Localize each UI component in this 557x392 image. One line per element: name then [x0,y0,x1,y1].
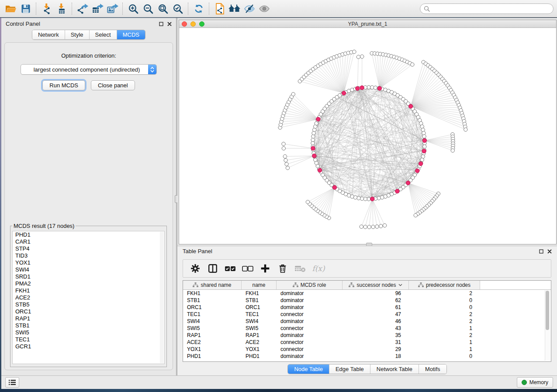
graph-node[interactable] [383,224,386,227]
graph-node[interactable] [374,86,377,89]
table-row[interactable]: PHD1PHD1dominator180 [183,353,551,360]
cell-successor-nodes[interactable]: 18 [343,353,409,359]
cell-predecessor-nodes[interactable]: 2 [409,332,480,338]
cell-MCDS-role[interactable]: dominator [277,353,343,359]
graph-hub-node[interactable] [422,138,426,142]
cell-successor-nodes[interactable]: 96 [343,290,409,296]
mcds-result-item[interactable]: TEC1 [13,336,164,343]
cell-shared-name[interactable]: STB1 [183,297,242,303]
mcds-result-item[interactable]: TID3 [13,252,164,259]
cell-shared-name[interactable]: YOX1 [183,346,242,352]
graph-node[interactable] [311,141,315,145]
node-table-scrollbar-thumb[interactable] [546,291,549,330]
graph-node[interactable] [360,225,363,228]
cell-MCDS-role[interactable]: connector [277,325,343,331]
graph-node[interactable] [380,196,384,199]
cell-MCDS-role[interactable]: dominator [277,332,343,338]
run-mcds-button[interactable]: Run MCDS [42,80,85,90]
home-networks-icon[interactable] [227,2,242,16]
cell-predecessor-nodes[interactable]: 1 [409,339,480,345]
graph-hub-node[interactable] [312,154,316,158]
show-panel-icon[interactable] [257,2,272,16]
refresh-layout-icon[interactable] [191,2,206,16]
network-window-titlebar[interactable]: YPA_prune.txt_1 [179,20,556,28]
cell-predecessor-nodes[interactable]: 1 [409,346,480,352]
cell-MCDS-role[interactable]: dominator [277,290,343,296]
cell-name[interactable]: SWI4 [242,318,277,324]
table-settings-icon[interactable] [187,261,203,276]
graph-node[interactable] [284,158,287,162]
show-columns-icon[interactable] [205,261,221,276]
network-file-icon[interactable] [212,2,227,16]
graph-node[interactable] [311,134,315,138]
export-network-icon[interactable] [75,2,90,16]
graph-hub-node[interactable] [419,162,422,165]
cell-MCDS-role[interactable]: connector [277,339,343,345]
column-header-successor-nodes[interactable]: successor nodes [343,281,409,289]
mcds-result-item[interactable]: ORC1 [13,308,164,315]
graph-hub-node[interactable] [356,86,360,90]
zoom-out-icon[interactable] [141,2,156,16]
close-panel-button[interactable]: Close panel [91,80,135,90]
graph-node[interactable] [367,225,371,229]
tab-node-table[interactable]: Node Table [288,364,329,374]
table-row[interactable]: SWI5SWI5connector431 [183,325,551,332]
tab-motifs[interactable]: Motifs [419,364,446,374]
tab-mcds[interactable]: MCDS [117,30,145,39]
mcds-result-item[interactable]: RAP1 [13,315,164,322]
table-row[interactable]: TEC1TEC1connector472 [183,311,551,318]
graph-node[interactable] [375,225,379,228]
select-all-icon[interactable] [222,261,238,276]
graph-node[interactable] [451,149,454,152]
graph-node[interactable] [379,224,383,228]
graph-hub-node[interactable] [370,197,374,201]
mcds-result-item[interactable]: ACE2 [13,294,164,301]
cell-name[interactable]: SWI5 [242,325,277,331]
cell-MCDS-role[interactable]: dominator [277,297,343,303]
column-header-name[interactable]: name [242,281,277,289]
graph-hub-node[interactable] [311,146,315,150]
show-panels-list-button[interactable] [5,377,19,388]
mcds-result-item[interactable]: GCR1 [13,343,164,350]
cell-MCDS-role[interactable]: connector [277,311,343,317]
tab-style[interactable]: Style [65,30,89,39]
table-row[interactable]: RAP1RAP1dominator352 [183,332,551,339]
export-table-icon[interactable] [90,2,105,16]
graph-node[interactable] [311,138,315,141]
tab-edge-table[interactable]: Edge Table [329,364,370,374]
cell-predecessor-nodes[interactable]: 2 [409,290,480,296]
column-header-MCDS-role[interactable]: MCDS role [277,281,343,289]
graph-node[interactable] [363,225,367,229]
cell-successor-nodes[interactable]: 61 [343,304,409,310]
tab-network-table[interactable]: Network Table [370,364,419,374]
cell-successor-nodes[interactable]: 43 [343,325,409,331]
graph-node[interactable] [377,196,381,200]
mcds-result-item[interactable]: YOX1 [13,259,164,266]
graph-node[interactable] [367,197,370,201]
cell-shared-name[interactable]: SWI5 [183,325,242,331]
float-panel-icon[interactable] [159,21,163,26]
graph-node[interactable] [282,142,285,146]
graph-hub-node[interactable] [415,169,419,173]
graph-node[interactable] [414,213,417,217]
memory-button[interactable]: Memory [517,377,553,388]
graph-node[interactable] [306,200,309,204]
tab-network[interactable]: Network [32,30,65,39]
table-row[interactable]: YOX1YOX1connector291 [183,346,551,353]
graph-hub-node[interactable] [406,181,410,185]
graph-node[interactable] [286,166,289,170]
graph-hub-node[interactable] [395,189,399,193]
mcds-result-item[interactable]: SWI5 [13,329,164,336]
graph-node[interactable] [423,145,426,148]
graph-node[interactable] [367,86,370,89]
cell-predecessor-nodes[interactable]: 0 [409,304,480,310]
import-table-icon[interactable] [54,2,69,16]
cell-name[interactable]: ACE2 [242,339,277,345]
table-close-panel-icon[interactable] [547,249,552,254]
cell-name[interactable]: TEC1 [242,311,277,317]
graph-node[interactable] [353,50,356,53]
cell-MCDS-role[interactable]: connector [277,346,343,352]
search-input[interactable] [432,4,550,13]
graph-node[interactable] [283,155,287,158]
mcds-result-item[interactable]: SRD1 [13,273,164,280]
